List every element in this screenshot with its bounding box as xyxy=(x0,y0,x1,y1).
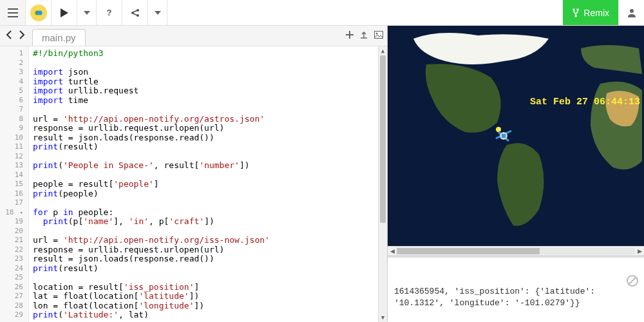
hscroll-thumb[interactable] xyxy=(397,248,540,254)
code-area[interactable]: #!/bin/python3import jsonimport turtleim… xyxy=(29,46,387,322)
fork-icon xyxy=(572,8,580,17)
line-number: 24 xyxy=(0,264,23,274)
code-line[interactable] xyxy=(33,273,387,283)
line-number: 14 xyxy=(0,171,23,180)
share-dropdown[interactable] xyxy=(148,0,167,25)
code-line[interactable]: response = urllib.request.urlopen(url) xyxy=(33,245,387,255)
scroll-down[interactable]: ▼ xyxy=(379,313,387,322)
tab-next[interactable] xyxy=(17,29,27,43)
tab-nav xyxy=(4,29,27,43)
tab-actions xyxy=(346,31,383,41)
console-output[interactable]: 1614365954, 'iss_position': {'latitude':… xyxy=(388,258,644,322)
line-number: 21 xyxy=(0,236,23,245)
code-line[interactable]: print(result) xyxy=(33,142,387,152)
code-line[interactable] xyxy=(33,227,387,236)
tab-prev[interactable] xyxy=(4,29,14,43)
remix-button[interactable]: Remix xyxy=(563,0,618,25)
output-pane: Sat Feb 27 06:44:13 ◀ ▶ 1614365954, 'iss… xyxy=(388,26,644,322)
editor-scrollbar[interactable]: ▲ ▼ xyxy=(378,46,387,322)
line-number: 13 xyxy=(0,161,23,171)
line-number: 23 xyxy=(0,254,23,264)
graphics-hscroll[interactable]: ◀ ▶ xyxy=(388,246,644,255)
toolbar-right: Remix xyxy=(563,0,644,25)
line-number: 29 xyxy=(0,310,23,320)
line-number: 16 xyxy=(0,189,23,199)
line-number: 2 xyxy=(0,59,23,68)
code-line[interactable]: #!/bin/python3 xyxy=(33,49,387,59)
chevron-down-icon xyxy=(84,11,90,15)
hscroll-left[interactable]: ◀ xyxy=(388,248,397,254)
stop-icon xyxy=(626,274,639,287)
line-number: 20 xyxy=(0,227,23,236)
code-line[interactable]: import turtle xyxy=(33,77,387,87)
share-button[interactable] xyxy=(122,0,148,25)
line-number: 27 xyxy=(0,292,23,301)
scroll-thumb[interactable] xyxy=(380,55,386,223)
code-line[interactable]: print(p['name'], 'in', p['craft']) xyxy=(33,217,387,227)
line-gutter: 123456789101112131415161718 ▾19202122232… xyxy=(0,46,29,322)
line-number: 3 xyxy=(0,68,23,77)
help-button[interactable]: ? xyxy=(97,0,122,25)
code-line[interactable]: print('People in Space-', result['number… xyxy=(33,161,387,171)
chevron-down-icon xyxy=(155,11,161,15)
user-button[interactable] xyxy=(618,0,644,25)
line-number: 7 xyxy=(0,105,23,115)
svg-line-18 xyxy=(629,277,636,285)
code-line[interactable]: import urllib.request xyxy=(33,86,387,96)
code-line[interactable]: location = result['iss_position'] xyxy=(33,283,387,292)
line-number[interactable]: 18 ▾ xyxy=(0,208,23,218)
line-number: 17 xyxy=(0,198,23,208)
question-icon: ? xyxy=(107,8,112,17)
image-button[interactable] xyxy=(374,31,383,41)
code-line[interactable] xyxy=(33,59,387,68)
hscroll-track[interactable] xyxy=(397,248,635,254)
code-line[interactable]: result = json.loads(response.read()) xyxy=(33,254,387,264)
graphics-output: Sat Feb 27 06:44:13 xyxy=(388,26,644,246)
upload-button[interactable] xyxy=(360,31,368,41)
code-line[interactable] xyxy=(33,152,387,162)
stop-button[interactable] xyxy=(586,263,639,303)
line-number: 28 xyxy=(0,301,23,311)
code-line[interactable] xyxy=(33,171,387,180)
code-line[interactable]: print(result) xyxy=(33,264,387,274)
line-number: 6 xyxy=(0,96,23,106)
code-line[interactable]: url = 'http://api.open-notify.org/iss-no… xyxy=(33,236,387,245)
logo-button[interactable] xyxy=(26,0,52,25)
code-line[interactable]: print(people) xyxy=(33,189,387,199)
scroll-up[interactable]: ▲ xyxy=(379,46,387,55)
line-number: 26 xyxy=(0,283,23,292)
svg-rect-9 xyxy=(375,32,383,39)
line-number: 11 xyxy=(0,142,23,152)
code-line[interactable]: result = json.loads(response.read()) xyxy=(33,133,387,143)
line-number: 8 xyxy=(0,115,23,124)
share-icon xyxy=(131,8,140,17)
svg-point-12 xyxy=(496,127,501,132)
code-line[interactable] xyxy=(33,105,387,115)
code-line[interactable]: lon = float(location['longitude']) xyxy=(33,301,387,311)
code-line[interactable]: for p in people: xyxy=(33,208,387,218)
code-line[interactable]: lat = float(location['latitude']) xyxy=(33,292,387,301)
line-number: 5 xyxy=(0,86,23,96)
code-line[interactable]: print('Latitude:', lat) xyxy=(33,310,387,320)
code-line[interactable]: import time xyxy=(33,96,387,106)
toolbar-left: ? xyxy=(0,0,167,25)
line-number: 25 xyxy=(0,273,23,283)
code-line[interactable] xyxy=(33,198,387,208)
add-file-button[interactable] xyxy=(346,31,354,41)
line-number: 15 xyxy=(0,180,23,189)
logo-icon xyxy=(30,5,47,21)
plus-icon xyxy=(346,31,354,39)
timestamp-text: Sat Feb 27 06:44:13 xyxy=(530,97,640,108)
file-tab[interactable]: main.py xyxy=(32,29,86,46)
run-dropdown[interactable] xyxy=(77,0,97,25)
code-line[interactable]: people = result['people'] xyxy=(33,180,387,189)
menu-button[interactable] xyxy=(0,0,26,25)
code-line[interactable]: response = urllib.request.urlopen(url) xyxy=(33,124,387,133)
code-line[interactable]: import json xyxy=(33,68,387,77)
code-line[interactable]: url = 'http://api.open-notify.org/astros… xyxy=(33,115,387,124)
hscroll-right[interactable]: ▶ xyxy=(635,248,644,254)
code-editor[interactable]: 123456789101112131415161718 ▾19202122232… xyxy=(0,46,387,322)
line-number: 19 xyxy=(0,217,23,227)
svg-rect-16 xyxy=(502,134,506,138)
run-button[interactable] xyxy=(52,0,77,25)
